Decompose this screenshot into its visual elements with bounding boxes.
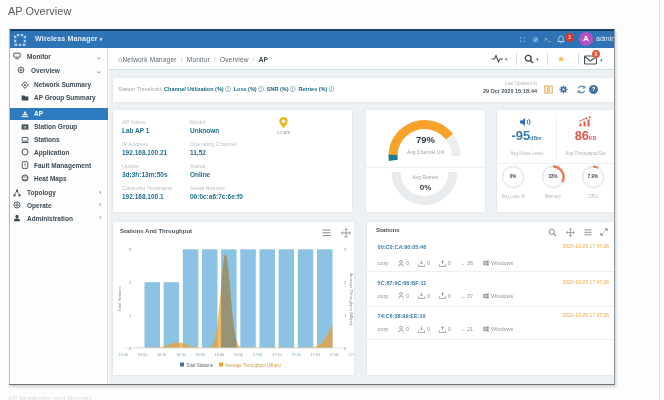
svg-text:2: 2 xyxy=(129,280,132,285)
svg-text:2: 2 xyxy=(344,280,347,285)
svg-text:16:00: 16:00 xyxy=(138,353,148,357)
svg-text:16:10: 16:10 xyxy=(157,353,167,357)
svg-text:3: 3 xyxy=(344,247,347,252)
svg-text:Total Stations: Total Stations xyxy=(186,363,214,368)
svg-text:16:50: 16:50 xyxy=(234,353,244,357)
svg-text:17:40: 17:40 xyxy=(330,353,340,357)
svg-text:17:20: 17:20 xyxy=(291,353,301,357)
svg-text:Total Stations: Total Stations xyxy=(117,286,122,311)
svg-text:17:00: 17:00 xyxy=(253,353,263,357)
svg-text:17:50: 17:50 xyxy=(349,353,354,357)
svg-text:3: 3 xyxy=(129,247,132,252)
svg-text:16:40: 16:40 xyxy=(215,353,225,357)
svg-text:1: 1 xyxy=(344,313,347,318)
svg-text:16:20: 16:20 xyxy=(176,353,186,357)
svg-text:17:30: 17:30 xyxy=(310,353,320,357)
svg-text:17:10: 17:10 xyxy=(272,353,282,357)
svg-text:0: 0 xyxy=(344,346,347,351)
svg-text:15:50: 15:50 xyxy=(119,353,129,357)
svg-text:Average Throughput (Mbps): Average Throughput (Mbps) xyxy=(349,273,354,326)
svg-text:1: 1 xyxy=(129,313,132,318)
svg-text:16:30: 16:30 xyxy=(195,353,205,357)
svg-text:Average Throughput (Mbps): Average Throughput (Mbps) xyxy=(225,363,282,368)
